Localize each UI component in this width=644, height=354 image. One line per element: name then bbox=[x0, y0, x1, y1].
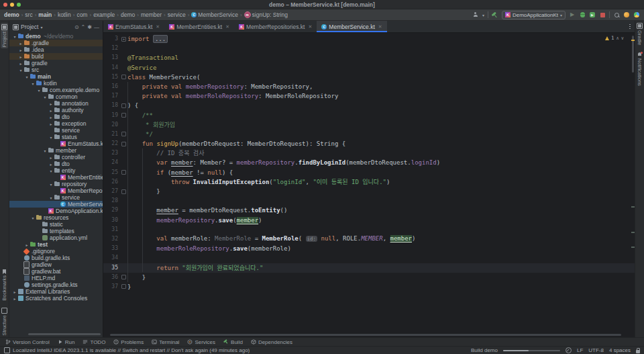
code-line[interactable]: 13@Transactional bbox=[103, 53, 635, 62]
tree-item[interactable]: KMemberRepositories.kt bbox=[9, 187, 103, 194]
code-line[interactable]: 37} bbox=[103, 282, 635, 292]
hide-panel-icon[interactable]: — bbox=[94, 24, 99, 30]
tree-item[interactable]: HELP.md bbox=[9, 275, 103, 281]
breadcrumb-item[interactable]: example bbox=[93, 11, 115, 18]
toolwindow-button-todo[interactable]: TODO bbox=[83, 339, 105, 345]
fold-marker-icon[interactable] bbox=[120, 170, 127, 175]
toolwindow-button-dependencies[interactable]: Dependencies bbox=[251, 339, 292, 345]
profile-icon[interactable] bbox=[472, 11, 479, 18]
expanded-arrow-icon[interactable]: ▾ bbox=[18, 68, 23, 73]
tree-item[interactable]: application.yml bbox=[9, 234, 103, 241]
inspection-widget[interactable]: 1 ∧ ∨ bbox=[605, 35, 624, 41]
debug-button[interactable] bbox=[579, 11, 586, 18]
tree-item[interactable]: ▾kotlin bbox=[9, 80, 103, 87]
tree-item[interactable]: ▸dto bbox=[9, 114, 103, 120]
breadcrumb-item[interactable]: demo bbox=[121, 11, 135, 18]
tree-item[interactable]: service bbox=[9, 127, 103, 134]
tree-item[interactable]: ▸dto bbox=[9, 161, 103, 167]
code-line[interactable]: 3+import ... bbox=[103, 34, 635, 44]
tree-item[interactable]: ▸authority bbox=[9, 107, 103, 114]
collapse-all-icon[interactable]: ⌃ bbox=[81, 24, 86, 30]
toolwindow-button-services[interactable]: Services bbox=[187, 339, 215, 345]
error-stripe-mark[interactable] bbox=[631, 206, 635, 208]
minimize-window-button[interactable] bbox=[10, 3, 14, 7]
code-line[interactable]: 30 memberRepository.save(member) bbox=[103, 216, 635, 225]
tree-item[interactable]: ▸annotation bbox=[9, 100, 103, 107]
breadcrumb-item[interactable]: service bbox=[168, 11, 186, 18]
code-line[interactable]: 34 bbox=[103, 253, 635, 263]
editor-tab-memberrepositories-kt[interactable]: KMemberRepositories.kt✕ bbox=[234, 21, 317, 32]
code-line[interactable]: 14@Service bbox=[103, 63, 635, 73]
expanded-arrow-icon[interactable]: ▾ bbox=[42, 148, 48, 153]
tree-item[interactable]: static bbox=[9, 221, 103, 228]
close-tab-icon[interactable]: ✕ bbox=[225, 24, 229, 30]
tree-item[interactable]: ▸.idea bbox=[9, 46, 103, 53]
tree-item[interactable]: KDemoApplication.kt bbox=[9, 208, 103, 214]
code-line[interactable]: 16 private val memberRepository: MemberR… bbox=[103, 82, 635, 91]
editor-tab-enumstatus-kt[interactable]: KEnumStatus.kt✕ bbox=[103, 21, 164, 32]
collapsed-arrow-icon[interactable]: ▸ bbox=[48, 101, 54, 106]
expanded-arrow-icon[interactable]: ▾ bbox=[48, 135, 54, 140]
encoding-indicator[interactable]: UTF-8 bbox=[588, 347, 604, 353]
tree-item[interactable]: ▸Scratches and Consoles bbox=[9, 295, 103, 302]
expanded-arrow-icon[interactable]: ▾ bbox=[30, 81, 36, 86]
tree-item[interactable]: CMemberService bbox=[9, 201, 103, 208]
code-line[interactable]: 31 bbox=[103, 225, 635, 234]
search-everywhere-icon[interactable] bbox=[613, 11, 620, 18]
close-tab-icon[interactable]: ✕ bbox=[308, 24, 312, 30]
project-panel-title[interactable]: Project bbox=[21, 24, 38, 30]
tree-item[interactable]: ▾demo~/dev/demo bbox=[9, 33, 103, 40]
code-line[interactable]: 35 return "회원가입이 완료되었습니다." bbox=[103, 263, 635, 273]
expanded-arrow-icon[interactable]: ▾ bbox=[30, 216, 36, 220]
tree-item[interactable]: ▾service bbox=[9, 194, 103, 201]
tree-item[interactable]: ▾entity bbox=[9, 167, 103, 174]
code-line[interactable]: 21 */ bbox=[103, 130, 635, 139]
editor-tab-memberservice-kt[interactable]: CMemberService.kt✕ bbox=[317, 21, 386, 32]
tree-item[interactable]: ▾status bbox=[9, 134, 103, 140]
code-line[interactable]: 33 memberRoleRepository.save(memberRole) bbox=[103, 244, 635, 253]
editor-horizontal-scrollbar[interactable] bbox=[110, 334, 621, 336]
maximize-window-button[interactable] bbox=[17, 3, 21, 7]
code-line[interactable]: 17 private val memberRoleRepository: Mem… bbox=[103, 91, 635, 101]
tree-item[interactable]: ▾src bbox=[9, 67, 103, 73]
breadcrumb-item[interactable]: msignUp: String bbox=[244, 11, 288, 18]
tree-item[interactable]: ▾com.example.demo bbox=[9, 87, 103, 93]
fold-marker-icon[interactable] bbox=[120, 284, 127, 289]
error-stripe-mark[interactable] bbox=[631, 232, 635, 233]
collapsed-arrow-icon[interactable]: ▸ bbox=[48, 155, 54, 160]
run-configuration-select[interactable]: K DemoApplicationKt ▾ bbox=[502, 11, 566, 19]
chevron-down-icon[interactable]: ▾ bbox=[40, 25, 42, 30]
panel-settings-gear-icon[interactable]: ✱ bbox=[87, 24, 92, 30]
fold-marker-icon[interactable]: + bbox=[120, 37, 127, 42]
tool-stripe-item-project[interactable]: Project bbox=[1, 23, 8, 48]
code-line[interactable]: 28 bbox=[103, 196, 635, 206]
tree-item[interactable]: ▸build bbox=[9, 53, 103, 60]
tree-item[interactable]: ▾member bbox=[9, 147, 103, 154]
breadcrumb-item[interactable]: main bbox=[38, 11, 52, 18]
error-stripe-warning-mark[interactable] bbox=[631, 40, 635, 41]
readonly-lock-icon[interactable] bbox=[636, 350, 640, 353]
run-button[interactable]: ▶ bbox=[569, 11, 576, 18]
tab-options-kebab-icon[interactable] bbox=[625, 21, 635, 32]
code-line[interactable]: 25 if (member != null) { bbox=[103, 168, 635, 177]
fold-marker-icon[interactable] bbox=[120, 75, 127, 79]
expanded-arrow-icon[interactable]: ▾ bbox=[24, 75, 30, 79]
breadcrumb-item[interactable]: com bbox=[76, 11, 87, 18]
tree-item[interactable]: KEnumStatus.kt bbox=[9, 140, 103, 147]
expanded-arrow-icon[interactable]: ▾ bbox=[48, 182, 54, 187]
tree-item[interactable]: ▸test bbox=[9, 241, 103, 248]
tree-item[interactable]: ▸External Libraries bbox=[9, 288, 103, 295]
close-window-button[interactable] bbox=[3, 3, 7, 7]
collapsed-arrow-icon[interactable]: ▸ bbox=[24, 242, 30, 247]
tool-stripe-item-notifications[interactable]: Notifications bbox=[637, 52, 643, 86]
expanded-arrow-icon[interactable]: ▾ bbox=[36, 88, 42, 93]
line-separator-indicator[interactable]: LF bbox=[577, 347, 583, 353]
code-line[interactable]: 29 member = memberDtoRequest.toEntity() bbox=[103, 206, 635, 215]
tree-item[interactable]: ▾repository bbox=[9, 181, 103, 187]
fold-marker-icon[interactable] bbox=[120, 113, 127, 118]
tree-item[interactable]: .gitignore bbox=[9, 248, 103, 255]
collapsed-arrow-icon[interactable]: ▸ bbox=[18, 41, 23, 46]
code-line[interactable]: 18) { bbox=[103, 101, 635, 110]
indent-indicator[interactable]: 4 spaces bbox=[609, 347, 631, 353]
tree-item[interactable]: settings.gradle.kts bbox=[9, 281, 103, 288]
